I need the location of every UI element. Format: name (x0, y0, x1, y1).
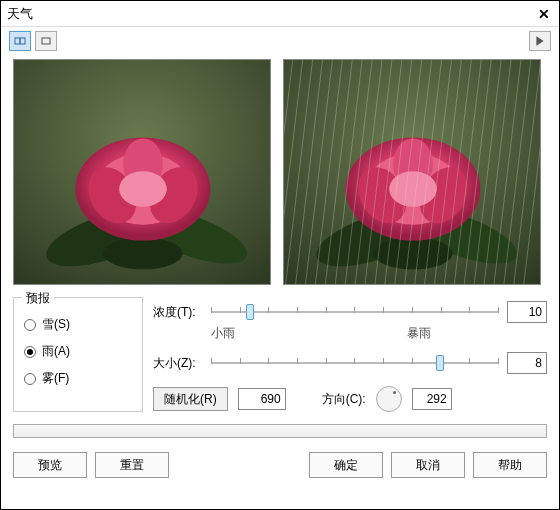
seed-input[interactable] (238, 388, 286, 410)
forecast-group: 预报 雪(S) 雨(A) 雾(F) (13, 297, 143, 412)
radio-icon (24, 373, 36, 385)
radio-snow[interactable]: 雪(S) (24, 316, 132, 333)
size-input[interactable] (507, 352, 547, 374)
intensity-min-label: 小雨 (211, 325, 235, 342)
forecast-legend: 预报 (22, 290, 54, 307)
radio-label: 雨(A) (42, 343, 70, 360)
direction-dial[interactable] (376, 386, 402, 412)
radio-icon (24, 319, 36, 331)
radio-label: 雪(S) (42, 316, 70, 333)
intensity-max-label: 暴雨 (407, 325, 431, 342)
radio-fog[interactable]: 雾(F) (24, 370, 132, 387)
radio-icon (24, 346, 36, 358)
ok-button[interactable]: 确定 (309, 452, 383, 478)
size-label: 大小(Z): (153, 355, 203, 372)
close-icon[interactable]: ✕ (535, 5, 553, 23)
direction-input[interactable] (412, 388, 452, 410)
radio-label: 雾(F) (42, 370, 69, 387)
footer: 预览 重置 确定 取消 帮助 (1, 446, 559, 484)
preview-original[interactable] (13, 59, 271, 285)
layout-single-button[interactable] (35, 31, 57, 51)
svg-rect-1 (20, 38, 25, 44)
svg-rect-0 (15, 38, 20, 44)
reset-button[interactable]: 重置 (95, 452, 169, 478)
preview-button[interactable]: 预览 (13, 452, 87, 478)
titlebar: 天气 ✕ (1, 1, 559, 27)
progress-bar (13, 424, 547, 438)
size-slider[interactable] (211, 352, 499, 374)
toolbar (1, 27, 559, 55)
svg-rect-2 (42, 38, 50, 44)
cancel-button[interactable]: 取消 (391, 452, 465, 478)
flower-rain-image (284, 60, 540, 284)
direction-label: 方向(C): (322, 391, 366, 408)
preview-effect[interactable] (283, 59, 541, 285)
intensity-slider[interactable] (211, 301, 499, 323)
window-title: 天气 (7, 5, 535, 23)
svg-point-16 (373, 238, 452, 270)
svg-point-6 (103, 238, 182, 270)
randomize-button[interactable]: 随机化(R) (153, 387, 228, 411)
intensity-label: 浓度(T): (153, 304, 203, 321)
preview-area (1, 55, 559, 289)
play-icon[interactable] (529, 31, 551, 51)
controls: 预报 雪(S) 雨(A) 雾(F) 浓度(T): (1, 289, 559, 416)
radio-rain[interactable]: 雨(A) (24, 343, 132, 360)
flower-image (14, 60, 270, 284)
layout-split-button[interactable] (9, 31, 31, 51)
help-button[interactable]: 帮助 (473, 452, 547, 478)
intensity-input[interactable] (507, 301, 547, 323)
slider-column: 浓度(T): 小雨 暴雨 大小(Z): 随 (153, 297, 547, 412)
svg-point-12 (119, 171, 167, 207)
